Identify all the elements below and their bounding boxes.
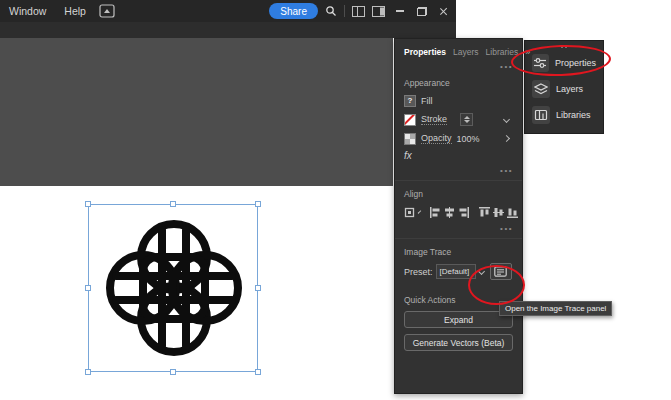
expand-button[interactable]: Expand	[404, 311, 513, 328]
image-trace-tooltip: Open the Image Trace panel	[499, 301, 612, 316]
dock-label-properties: Properties	[555, 58, 596, 68]
fill-label: Fill	[421, 96, 433, 106]
libraries-icon	[532, 106, 550, 124]
align-to-dropdown-icon[interactable]	[418, 210, 422, 214]
fx-button[interactable]: fx	[404, 149, 513, 163]
dock-item-properties[interactable]: Properties	[525, 50, 603, 76]
opacity-icon	[404, 133, 416, 145]
share-button[interactable]: Share	[269, 3, 318, 19]
dock-drag-handle[interactable]	[525, 43, 603, 50]
menu-help[interactable]: Help	[55, 0, 95, 22]
workspace-columns-icon[interactable]	[352, 6, 365, 17]
selection-handle-s[interactable]	[170, 369, 176, 375]
opacity-label[interactable]: Opacity	[421, 133, 452, 144]
stroke-width-dropdown-icon[interactable]	[503, 116, 510, 123]
align-right-icon[interactable]	[458, 207, 469, 218]
align-left-icon[interactable]	[430, 207, 441, 218]
section-divider	[395, 180, 522, 181]
preset-dropdown-icon[interactable]	[477, 268, 484, 275]
selection-handle-sw[interactable]	[85, 369, 91, 375]
align-menu-icon[interactable]: •••	[404, 224, 513, 233]
minimize-button[interactable]	[392, 0, 407, 22]
dock-item-libraries[interactable]: Libraries	[525, 102, 603, 128]
selection-handle-w[interactable]	[85, 285, 91, 291]
panel-dock: Properties Layers Libraries	[524, 40, 604, 134]
selected-artwork-bounding-box[interactable]	[88, 204, 258, 372]
fill-row: ? Fill	[404, 92, 513, 109]
workspace-panel-icon[interactable]	[372, 6, 385, 17]
image-trace-section-title: Image Trace	[404, 247, 513, 257]
properties-sliders-icon	[532, 54, 549, 72]
stroke-label[interactable]: Stroke	[421, 114, 447, 125]
opacity-more-icon[interactable]	[503, 135, 510, 142]
preset-row: Preset: [Default]	[404, 262, 513, 281]
panel-menu-icon[interactable]: •••	[404, 62, 513, 71]
tab-layers[interactable]: Layers	[453, 47, 479, 57]
selection-handle-e[interactable]	[255, 285, 261, 291]
selection-handle-ne[interactable]	[255, 201, 261, 207]
align-buttons-row	[404, 204, 513, 220]
align-center-icon[interactable]	[444, 207, 455, 218]
preset-label: Preset:	[404, 267, 433, 277]
collapse-panel-icon[interactable]: »	[525, 47, 530, 57]
stroke-row: Stroke	[404, 111, 513, 128]
align-top-icon[interactable]	[479, 207, 490, 218]
placed-knot-logo-image[interactable]	[99, 214, 249, 366]
quick-actions-section-title: Quick Actions	[404, 295, 513, 305]
fill-swatch[interactable]: ?	[404, 95, 416, 107]
arrange-documents-icon[interactable]	[99, 4, 115, 18]
tab-properties[interactable]: Properties	[404, 47, 446, 57]
opacity-row: Opacity 100%	[404, 130, 513, 147]
tab-libraries[interactable]: Libraries	[486, 47, 519, 57]
document-tab-strip	[0, 22, 456, 38]
align-middle-icon[interactable]	[493, 207, 504, 218]
generate-vectors-button[interactable]: Generate Vectors (Beta)	[404, 334, 513, 351]
dock-item-layers[interactable]: Layers	[525, 76, 603, 102]
screenshot-root: Window Help Share	[0, 0, 671, 400]
appearance-menu-icon[interactable]: •••	[404, 166, 513, 175]
layers-icon	[532, 80, 550, 98]
opacity-value[interactable]: 100%	[457, 134, 480, 144]
menu-bar: Window Help Share	[0, 0, 456, 22]
selection-handle-n[interactable]	[170, 201, 176, 207]
stroke-width-stepper[interactable]	[460, 113, 473, 126]
stroke-swatch[interactable]	[404, 114, 416, 126]
panel-tab-bar: Properties Layers Libraries »	[404, 44, 513, 60]
close-button[interactable]	[436, 0, 451, 22]
align-section-title: Align	[404, 189, 513, 199]
search-icon[interactable]	[325, 5, 337, 17]
appearance-section-title: Appearance	[404, 78, 513, 88]
toolbar-divider	[344, 5, 345, 17]
topbar-right-cluster: Share	[269, 0, 456, 22]
image-trace-panel-button[interactable]	[490, 263, 512, 280]
menu-window[interactable]: Window	[0, 0, 55, 22]
selection-handle-nw[interactable]	[85, 201, 91, 207]
section-divider	[395, 238, 522, 239]
preset-select[interactable]: [Default]	[436, 264, 476, 279]
dock-label-libraries: Libraries	[556, 110, 591, 120]
align-bottom-icon[interactable]	[507, 207, 518, 218]
restore-button[interactable]	[414, 0, 429, 22]
properties-panel: Properties Layers Libraries » ••• Appear…	[394, 38, 523, 394]
canvas-area[interactable]	[0, 38, 393, 186]
dock-label-layers: Layers	[556, 84, 583, 94]
selection-handle-se[interactable]	[255, 369, 261, 375]
align-to-selection-icon[interactable]	[404, 207, 415, 218]
